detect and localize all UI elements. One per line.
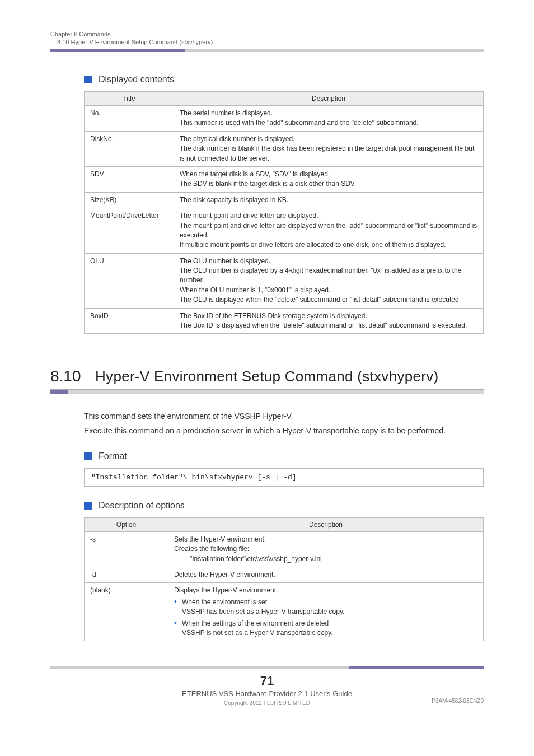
cell-desc: The disk capacity is displayed in KB. [174,192,484,208]
cell-desc: The serial number is displayed. This num… [174,106,484,132]
cell-option: -d [85,567,168,582]
cell-desc: Sets the Hyper-V environment. Creates th… [168,531,484,567]
table-row: OLU The OLU number is displayed. The OLU… [85,253,484,308]
cell-desc: Displays the Hyper-V environment. When t… [168,583,484,641]
list-item: When the environment is set VSSHP has be… [174,598,477,617]
opt-s-line2: Creates the following file: [174,545,249,553]
doc-title: ETERNUS VSS Hardware Provider 2.1 User's… [0,689,534,698]
format-heading: Format [84,451,484,461]
format-code: "Installation folder"\ bin\stxvhyperv [-… [84,468,484,487]
cell-desc: The Box ID of the ETERNUS Disk storage s… [174,308,484,334]
opt-s-line3: "Installation folder"\etc\vss\vsshp_hype… [174,554,477,564]
options-heading: Description of options [84,501,484,511]
section-number: 8.10 [50,367,95,385]
table-row: DiskNo. The physical disk number is disp… [85,131,484,166]
square-bullet-icon [84,502,92,510]
intro-line-1: This command sets the environment of the… [84,410,484,423]
heading-text: Displayed contents [99,74,174,85]
opt-s-line1: Sets the Hyper-V environment. [174,535,266,543]
bullet-sub: VSSHP has been set as a Hyper-V transpor… [182,607,477,617]
col-description: Description [168,517,484,531]
cell-title: MountPoint/DriveLetter [85,208,174,254]
section-rule [50,390,484,394]
cell-title: OLU [85,253,174,308]
table-row: BoxID The Box ID of the ETERNUS Disk sto… [85,308,484,334]
opt-blank-line1: Displays the Hyper-V environment. [174,586,278,594]
heading-text: Format [99,451,127,461]
list-item: When the settings of the environment are… [174,619,477,638]
cell-desc: The physical disk number is displayed. T… [174,131,484,166]
table-row: Size(KB) The disk capacity is displayed … [85,192,484,208]
section-title: Hyper-V Environment Setup Command (stxvh… [95,368,438,385]
bullet-text: When the settings of the environment are… [182,619,329,627]
cell-desc: Deletes the Hyper-V environment. [168,567,484,582]
cell-desc: When the target disk is a SDV, "SDV" is … [174,166,484,192]
heading-text: Description of options [99,501,185,511]
page-number: 71 [0,674,534,688]
chapter-label: Chapter 8 Commands [50,31,484,38]
intro-paragraph: This command sets the environment of the… [84,410,484,437]
cell-title: DiskNo. [85,131,174,166]
table-row: SDV When the target disk is a SDV, "SDV"… [85,166,484,192]
doc-code: P3AM-4582-03ENZ0 [432,698,484,704]
table-row: No. The serial number is displayed. This… [85,106,484,132]
cell-desc: The OLU number is displayed. The OLU num… [174,253,484,308]
square-bullet-icon [84,452,92,460]
cell-title: BoxID [85,308,174,334]
table-row: -s Sets the Hyper-V environment. Creates… [85,531,484,567]
cell-option: -s [85,531,168,567]
section-heading: 8.10 Hyper-V Environment Setup Command (… [50,367,484,385]
page-footer: 71 ETERNUS VSS Hardware Provider 2.1 Use… [0,666,534,706]
square-bullet-icon [84,76,92,83]
table-row: -d Deletes the Hyper-V environment. [85,567,484,582]
table-row: MountPoint/DriveLetter The mount point a… [85,208,484,254]
footer-rule [50,666,484,669]
displayed-contents-table: Title Description No. The serial number … [84,91,484,334]
options-table: Option Description -s Sets the Hyper-V e… [84,517,484,642]
intro-line-2: Execute this command on a production ser… [84,425,484,437]
cell-title: Size(KB) [85,192,174,208]
copyright: Copyright 2012 FUJITSU LIMITED [224,700,310,706]
cell-title: SDV [85,166,174,192]
header-rule [50,49,484,52]
page-header: Chapter 8 Commands 8.10 Hyper-V Environm… [0,0,534,45]
cell-option: (blank) [85,583,168,641]
cell-desc: The mount point and drive letter are dis… [174,208,484,254]
displayed-contents-heading: Displayed contents [84,74,484,85]
bullet-text: When the environment is set [182,598,267,606]
section-label: 8.10 Hyper-V Environment Setup Command (… [50,39,484,45]
cell-title: No. [85,106,174,132]
bullet-sub: VSSHP is not set as a Hyper-V transporta… [182,628,477,638]
col-option: Option [85,517,168,531]
col-description: Description [174,92,484,106]
col-title: Title [85,92,174,106]
table-row: (blank) Displays the Hyper-V environment… [85,583,484,641]
